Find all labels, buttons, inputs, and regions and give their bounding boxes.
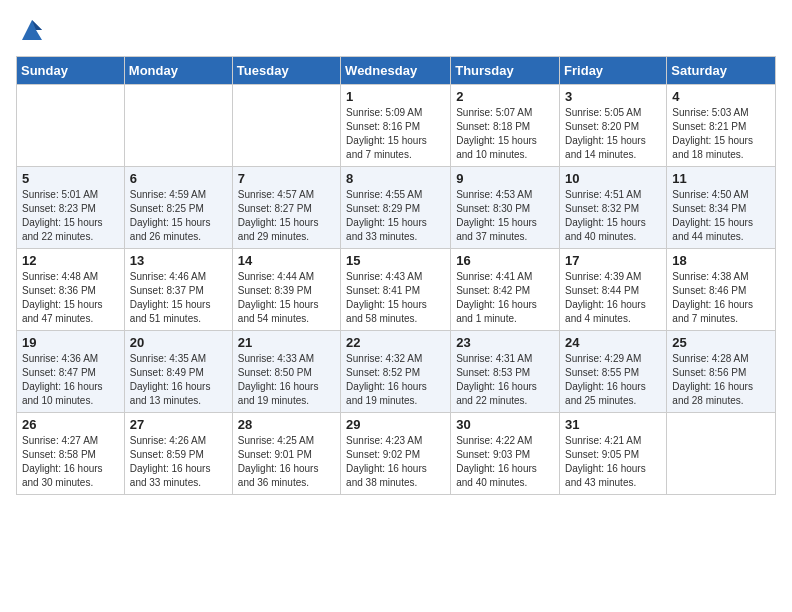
day-info: Sunrise: 5:01 AMSunset: 8:23 PMDaylight:… <box>22 188 119 244</box>
day-number: 29 <box>346 417 445 432</box>
calendar-cell <box>17 85 125 167</box>
day-info: Sunrise: 4:21 AMSunset: 9:05 PMDaylight:… <box>565 434 661 490</box>
calendar-cell: 18 Sunrise: 4:38 AMSunset: 8:46 PMDaylig… <box>667 249 776 331</box>
weekday-header-tuesday: Tuesday <box>232 57 340 85</box>
day-info: Sunrise: 5:03 AMSunset: 8:21 PMDaylight:… <box>672 106 770 162</box>
day-number: 16 <box>456 253 554 268</box>
calendar-cell: 27 Sunrise: 4:26 AMSunset: 8:59 PMDaylig… <box>124 413 232 495</box>
day-info: Sunrise: 4:39 AMSunset: 8:44 PMDaylight:… <box>565 270 661 326</box>
day-info: Sunrise: 5:07 AMSunset: 8:18 PMDaylight:… <box>456 106 554 162</box>
calendar-week-row: 1 Sunrise: 5:09 AMSunset: 8:16 PMDayligh… <box>17 85 776 167</box>
weekday-header-monday: Monday <box>124 57 232 85</box>
day-info: Sunrise: 4:31 AMSunset: 8:53 PMDaylight:… <box>456 352 554 408</box>
logo <box>16 16 46 44</box>
calendar-cell: 2 Sunrise: 5:07 AMSunset: 8:18 PMDayligh… <box>451 85 560 167</box>
calendar-cell: 3 Sunrise: 5:05 AMSunset: 8:20 PMDayligh… <box>560 85 667 167</box>
calendar-cell <box>667 413 776 495</box>
day-number: 13 <box>130 253 227 268</box>
day-info: Sunrise: 4:28 AMSunset: 8:56 PMDaylight:… <box>672 352 770 408</box>
calendar-cell: 17 Sunrise: 4:39 AMSunset: 8:44 PMDaylig… <box>560 249 667 331</box>
day-number: 28 <box>238 417 335 432</box>
day-number: 8 <box>346 171 445 186</box>
calendar-cell: 16 Sunrise: 4:41 AMSunset: 8:42 PMDaylig… <box>451 249 560 331</box>
day-info: Sunrise: 4:43 AMSunset: 8:41 PMDaylight:… <box>346 270 445 326</box>
calendar-week-row: 5 Sunrise: 5:01 AMSunset: 8:23 PMDayligh… <box>17 167 776 249</box>
day-number: 26 <box>22 417 119 432</box>
calendar-cell: 15 Sunrise: 4:43 AMSunset: 8:41 PMDaylig… <box>341 249 451 331</box>
weekday-header-wednesday: Wednesday <box>341 57 451 85</box>
day-number: 3 <box>565 89 661 104</box>
calendar-cell <box>232 85 340 167</box>
day-info: Sunrise: 4:27 AMSunset: 8:58 PMDaylight:… <box>22 434 119 490</box>
day-info: Sunrise: 4:46 AMSunset: 8:37 PMDaylight:… <box>130 270 227 326</box>
calendar-cell: 19 Sunrise: 4:36 AMSunset: 8:47 PMDaylig… <box>17 331 125 413</box>
calendar-cell: 1 Sunrise: 5:09 AMSunset: 8:16 PMDayligh… <box>341 85 451 167</box>
day-number: 24 <box>565 335 661 350</box>
day-number: 30 <box>456 417 554 432</box>
day-number: 15 <box>346 253 445 268</box>
day-number: 9 <box>456 171 554 186</box>
page-header <box>16 16 776 44</box>
day-number: 21 <box>238 335 335 350</box>
weekday-header-sunday: Sunday <box>17 57 125 85</box>
calendar-cell: 11 Sunrise: 4:50 AMSunset: 8:34 PMDaylig… <box>667 167 776 249</box>
calendar-cell: 28 Sunrise: 4:25 AMSunset: 9:01 PMDaylig… <box>232 413 340 495</box>
day-info: Sunrise: 4:23 AMSunset: 9:02 PMDaylight:… <box>346 434 445 490</box>
calendar-cell: 25 Sunrise: 4:28 AMSunset: 8:56 PMDaylig… <box>667 331 776 413</box>
day-number: 27 <box>130 417 227 432</box>
calendar-cell: 12 Sunrise: 4:48 AMSunset: 8:36 PMDaylig… <box>17 249 125 331</box>
day-info: Sunrise: 4:26 AMSunset: 8:59 PMDaylight:… <box>130 434 227 490</box>
day-number: 6 <box>130 171 227 186</box>
day-number: 1 <box>346 89 445 104</box>
day-info: Sunrise: 4:22 AMSunset: 9:03 PMDaylight:… <box>456 434 554 490</box>
day-info: Sunrise: 4:35 AMSunset: 8:49 PMDaylight:… <box>130 352 227 408</box>
calendar-cell: 23 Sunrise: 4:31 AMSunset: 8:53 PMDaylig… <box>451 331 560 413</box>
calendar-cell: 9 Sunrise: 4:53 AMSunset: 8:30 PMDayligh… <box>451 167 560 249</box>
day-number: 18 <box>672 253 770 268</box>
logo-icon <box>18 16 46 44</box>
day-info: Sunrise: 4:38 AMSunset: 8:46 PMDaylight:… <box>672 270 770 326</box>
day-info: Sunrise: 4:36 AMSunset: 8:47 PMDaylight:… <box>22 352 119 408</box>
day-number: 4 <box>672 89 770 104</box>
weekday-header-saturday: Saturday <box>667 57 776 85</box>
calendar-cell: 5 Sunrise: 5:01 AMSunset: 8:23 PMDayligh… <box>17 167 125 249</box>
calendar-cell: 4 Sunrise: 5:03 AMSunset: 8:21 PMDayligh… <box>667 85 776 167</box>
day-number: 2 <box>456 89 554 104</box>
day-info: Sunrise: 4:57 AMSunset: 8:27 PMDaylight:… <box>238 188 335 244</box>
calendar-cell: 7 Sunrise: 4:57 AMSunset: 8:27 PMDayligh… <box>232 167 340 249</box>
calendar-cell: 8 Sunrise: 4:55 AMSunset: 8:29 PMDayligh… <box>341 167 451 249</box>
day-info: Sunrise: 4:50 AMSunset: 8:34 PMDaylight:… <box>672 188 770 244</box>
weekday-header-row: SundayMondayTuesdayWednesdayThursdayFrid… <box>17 57 776 85</box>
calendar-cell: 29 Sunrise: 4:23 AMSunset: 9:02 PMDaylig… <box>341 413 451 495</box>
calendar-week-row: 12 Sunrise: 4:48 AMSunset: 8:36 PMDaylig… <box>17 249 776 331</box>
weekday-header-thursday: Thursday <box>451 57 560 85</box>
calendar-cell: 31 Sunrise: 4:21 AMSunset: 9:05 PMDaylig… <box>560 413 667 495</box>
day-number: 17 <box>565 253 661 268</box>
day-info: Sunrise: 4:32 AMSunset: 8:52 PMDaylight:… <box>346 352 445 408</box>
day-info: Sunrise: 5:05 AMSunset: 8:20 PMDaylight:… <box>565 106 661 162</box>
day-number: 22 <box>346 335 445 350</box>
calendar-cell: 26 Sunrise: 4:27 AMSunset: 8:58 PMDaylig… <box>17 413 125 495</box>
day-info: Sunrise: 4:25 AMSunset: 9:01 PMDaylight:… <box>238 434 335 490</box>
day-number: 10 <box>565 171 661 186</box>
day-info: Sunrise: 4:59 AMSunset: 8:25 PMDaylight:… <box>130 188 227 244</box>
calendar-cell: 14 Sunrise: 4:44 AMSunset: 8:39 PMDaylig… <box>232 249 340 331</box>
day-number: 12 <box>22 253 119 268</box>
day-info: Sunrise: 4:51 AMSunset: 8:32 PMDaylight:… <box>565 188 661 244</box>
day-number: 14 <box>238 253 335 268</box>
calendar-cell: 20 Sunrise: 4:35 AMSunset: 8:49 PMDaylig… <box>124 331 232 413</box>
calendar-week-row: 19 Sunrise: 4:36 AMSunset: 8:47 PMDaylig… <box>17 331 776 413</box>
calendar-cell: 21 Sunrise: 4:33 AMSunset: 8:50 PMDaylig… <box>232 331 340 413</box>
calendar-week-row: 26 Sunrise: 4:27 AMSunset: 8:58 PMDaylig… <box>17 413 776 495</box>
calendar-cell: 6 Sunrise: 4:59 AMSunset: 8:25 PMDayligh… <box>124 167 232 249</box>
day-info: Sunrise: 4:33 AMSunset: 8:50 PMDaylight:… <box>238 352 335 408</box>
day-info: Sunrise: 4:48 AMSunset: 8:36 PMDaylight:… <box>22 270 119 326</box>
calendar-cell: 24 Sunrise: 4:29 AMSunset: 8:55 PMDaylig… <box>560 331 667 413</box>
day-number: 25 <box>672 335 770 350</box>
day-info: Sunrise: 4:41 AMSunset: 8:42 PMDaylight:… <box>456 270 554 326</box>
day-number: 11 <box>672 171 770 186</box>
calendar-cell: 13 Sunrise: 4:46 AMSunset: 8:37 PMDaylig… <box>124 249 232 331</box>
day-info: Sunrise: 5:09 AMSunset: 8:16 PMDaylight:… <box>346 106 445 162</box>
day-number: 20 <box>130 335 227 350</box>
calendar-cell: 30 Sunrise: 4:22 AMSunset: 9:03 PMDaylig… <box>451 413 560 495</box>
